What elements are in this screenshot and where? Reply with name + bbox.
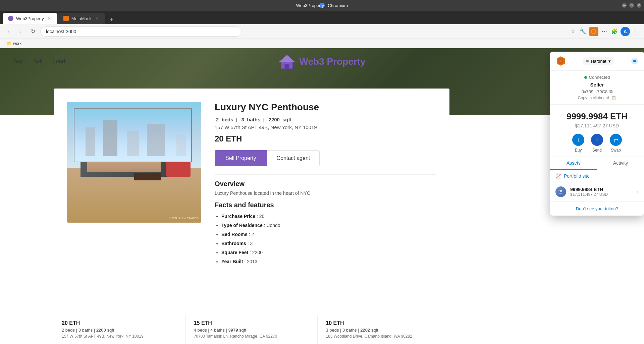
mm-footer: Don't see your token? bbox=[550, 202, 644, 216]
bookmark-folder-icon: 📁 bbox=[7, 41, 12, 46]
property-details: Luxury NYC Penthouse 2 beds | 3 baths | … bbox=[215, 102, 436, 267]
fact-type: Type of Residence : Condo bbox=[221, 222, 436, 229]
watermark: VIRTUALLY STAGED bbox=[169, 217, 199, 220]
profile-icon[interactable]: A bbox=[621, 27, 630, 36]
reload-button[interactable]: ↻ bbox=[28, 27, 38, 36]
new-tab-button[interactable]: + bbox=[107, 15, 116, 24]
fact-year: Year Built : 2013 bbox=[221, 258, 436, 265]
forward-button[interactable]: › bbox=[16, 27, 25, 36]
facts-list: Purchase Price : 20 Type of Residence : … bbox=[215, 213, 436, 265]
mm-connected-status: Connected bbox=[555, 75, 639, 80]
menu-icon[interactable]: ⋮ bbox=[632, 27, 640, 36]
copy-address-icon[interactable]: ⧉ bbox=[609, 89, 612, 94]
network-label: Hardhat bbox=[591, 59, 606, 64]
mm-usd-amount: $17,111,497.27 USD bbox=[555, 123, 639, 128]
bookmark-icon[interactable]: ☆ bbox=[569, 27, 577, 36]
address-bar: ‹ › ↻ localhost:3000 ☆ 🔧 ⋯ 🧩 A ⋮ bbox=[0, 24, 644, 39]
card1-price: 20 ETH bbox=[62, 320, 177, 326]
network-dot bbox=[586, 60, 589, 62]
toolbar-icons: ☆ 🔧 ⋯ 🧩 A ⋮ bbox=[569, 27, 640, 36]
dont-see-token[interactable]: Don't see your token? bbox=[576, 206, 618, 211]
clipboard-icon: 📋 bbox=[611, 96, 616, 100]
url-text: localhost:3000 bbox=[46, 29, 76, 34]
fact-purchase-price: Purchase Price : 20 bbox=[221, 213, 436, 220]
close-button[interactable]: ✕ bbox=[637, 3, 641, 8]
mm-buy-button[interactable]: ↓ Buy bbox=[572, 134, 584, 153]
prop-card-1[interactable]: 20 ETH 2 beds | 3 baths | 2200 sqft 157 … bbox=[54, 315, 186, 344]
logo-text: Web3 Property bbox=[299, 56, 365, 67]
mm-asset-eth[interactable]: Ξ 9999.9984 ETH $17,111,497.27 USD › bbox=[550, 182, 644, 202]
card2-meta: 4 beds | 4 baths | 3979 sqft bbox=[194, 328, 310, 333]
connected-dot bbox=[584, 76, 587, 79]
tab-bar: Web3Property ✕ MetaMask ✕ + bbox=[0, 11, 644, 24]
mm-address: 0x709...79C8 ⧉ bbox=[555, 89, 639, 94]
maximize-button[interactable]: □ bbox=[629, 3, 634, 8]
nav-sell[interactable]: Sell bbox=[34, 59, 43, 65]
chevron-down-icon: ▾ bbox=[608, 59, 611, 64]
nav-buy[interactable]: Buy bbox=[13, 59, 23, 65]
tab-favicon-web3 bbox=[8, 16, 13, 21]
bookmark-bar: 📁 work bbox=[0, 39, 644, 48]
metamask-popup: Hardhat ▾ Connected Seller 0x709...79C8 … bbox=[550, 52, 644, 216]
send-label: Send bbox=[592, 148, 602, 153]
buy-icon: ↓ bbox=[572, 134, 584, 146]
bookmark-label: work bbox=[13, 41, 21, 46]
back-button[interactable]: ‹ bbox=[4, 27, 13, 36]
mm-account-name: Seller bbox=[555, 82, 639, 88]
mm-send-button[interactable]: ↑ Send bbox=[591, 134, 603, 153]
mm-swap-button[interactable]: ⇄ Swap bbox=[610, 134, 622, 153]
fact-baths: Bathrooms : 3 bbox=[221, 240, 436, 247]
mm-eth-amount: 9999.9984 ETH bbox=[555, 111, 639, 122]
overview-title: Overview bbox=[215, 180, 436, 188]
skyline bbox=[74, 120, 192, 156]
minimize-button[interactable]: — bbox=[622, 3, 627, 8]
mm-asset-info: 9999.9984 ETH $17,111,497.27 USD bbox=[570, 187, 633, 197]
separator-1: | bbox=[236, 117, 237, 122]
prop-card-2[interactable]: 15 ETH 4 beds | 4 baths | 3979 sqft 7078… bbox=[186, 315, 318, 344]
mm-address-short: 0x709...79C8 bbox=[582, 89, 607, 94]
card3-address: 183 Woodland Drive, Camano Island, WA 98… bbox=[326, 334, 441, 339]
extension-puzzle-icon[interactable]: 🧩 bbox=[610, 27, 619, 36]
bottom-cards: 20 ETH 2 beds | 3 baths | 2200 sqft 157 … bbox=[54, 315, 449, 344]
mm-network-selector[interactable]: Hardhat ▾ bbox=[583, 57, 614, 65]
bookmark-work[interactable]: 📁 work bbox=[4, 41, 24, 47]
metamask-extension-icon[interactable] bbox=[589, 27, 598, 36]
overview-desc: Luxury Penthouse located in the heart of… bbox=[215, 190, 436, 196]
connected-label: Connected bbox=[589, 75, 610, 80]
tab-assets[interactable]: Assets bbox=[550, 157, 597, 170]
mm-header: Hardhat ▾ bbox=[550, 52, 644, 71]
tab-web3property[interactable]: Web3Property ✕ bbox=[3, 13, 57, 24]
tab-close-metamask[interactable]: ✕ bbox=[94, 16, 100, 21]
site-header: Buy Sell Lend Web3 Property bbox=[0, 48, 644, 75]
apps-icon[interactable]: ⋯ bbox=[600, 27, 608, 36]
mm-portfolio-link[interactable]: 📈 Portfolio site bbox=[550, 170, 644, 182]
separator-2: | bbox=[263, 117, 264, 122]
room-table bbox=[134, 173, 161, 180]
tab-label-web3: Web3Property bbox=[16, 16, 44, 21]
tab-metamask[interactable]: MetaMask ✕ bbox=[58, 13, 105, 24]
send-icon: ↑ bbox=[591, 134, 603, 146]
property-address: 157 W 57th St APT 49B, New York, NY 1001… bbox=[215, 124, 436, 130]
extension-icon[interactable]: 🔧 bbox=[579, 27, 587, 36]
fact-sqft: Square Feet : 2200 bbox=[221, 249, 436, 256]
asset-eth-amount: 9999.9984 ETH bbox=[570, 187, 633, 192]
sell-property-button[interactable]: Sell Property bbox=[215, 150, 267, 166]
svg-marker-0 bbox=[592, 29, 596, 34]
browser-titlebar: Web3Property - Chromium — □ ✕ bbox=[0, 0, 644, 11]
beds-label: 2 beds bbox=[215, 117, 233, 122]
mm-actions: ↓ Buy ↑ Send ⇄ Swap bbox=[555, 134, 639, 153]
card2-address: 70780 Tamarisk Ln, Rancho Mirage, CA 922… bbox=[194, 334, 310, 339]
card1-meta: 2 beds | 3 baths | 2200 sqft bbox=[62, 328, 177, 333]
url-input[interactable]: localhost:3000 bbox=[40, 26, 241, 37]
mm-copy-tooltip: Copy to clipboard 📋 bbox=[555, 96, 639, 100]
baths-label: 3 baths bbox=[240, 117, 261, 122]
nav-lend[interactable]: Lend bbox=[53, 59, 65, 65]
prop-card-3[interactable]: 10 ETH 3 beds | 3 baths | 2202 sqft 183 … bbox=[318, 315, 449, 344]
contact-agent-button[interactable]: Contact agent bbox=[267, 150, 320, 166]
mm-settings-icon[interactable] bbox=[631, 57, 639, 65]
window-title: Web3Property - Chromium bbox=[296, 3, 348, 8]
portfolio-label: Portfolio site bbox=[564, 173, 590, 179]
site-logo: Web3 Property bbox=[278, 54, 365, 69]
tab-close-web3[interactable]: ✕ bbox=[47, 16, 52, 21]
tab-activity[interactable]: Activity bbox=[597, 157, 644, 170]
